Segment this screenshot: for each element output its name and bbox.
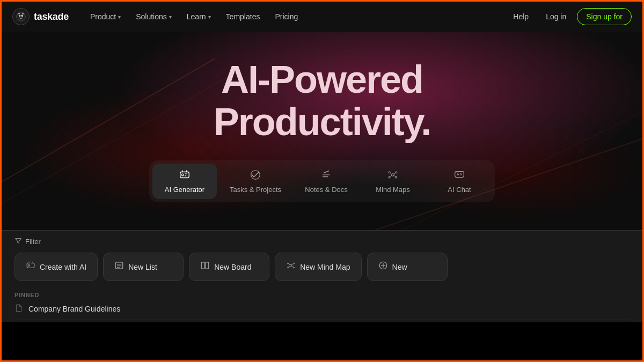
svg-line-34 bbox=[289, 264, 290, 265]
logo-icon bbox=[12, 8, 30, 25]
create-with-ai-label: Create with AI bbox=[40, 263, 86, 271]
pinned-item[interactable]: Company Brand Guidelines bbox=[14, 298, 630, 320]
chevron-down-icon: ▾ bbox=[208, 14, 211, 20]
tab-tasks-projects[interactable]: Tasks & Projects bbox=[219, 164, 292, 199]
svg-point-32 bbox=[293, 263, 294, 264]
new-list-label: New List bbox=[128, 263, 157, 271]
ai-generator-icon bbox=[179, 169, 191, 182]
svg-point-33 bbox=[293, 267, 294, 268]
logo-text: taskade bbox=[34, 11, 69, 23]
mindmap-icon bbox=[387, 169, 399, 182]
pinned-label: PINNED bbox=[14, 292, 630, 298]
hero-title: AI-Powered Productivity. bbox=[214, 58, 431, 143]
tab-ai-chat[interactable]: AI Chat bbox=[427, 164, 492, 199]
svg-rect-28 bbox=[206, 262, 209, 269]
pinned-item-label: Company Brand Guidelines bbox=[28, 305, 120, 313]
svg-point-13 bbox=[389, 172, 390, 173]
filter-bar: Filter bbox=[2, 231, 642, 250]
new-board-label: New Board bbox=[214, 263, 251, 271]
svg-line-37 bbox=[292, 266, 293, 267]
new-icon bbox=[378, 261, 388, 273]
new-button[interactable]: New bbox=[367, 253, 448, 281]
nav-product[interactable]: Product ▾ bbox=[84, 9, 127, 24]
svg-point-0 bbox=[17, 12, 26, 21]
notes-icon bbox=[320, 169, 332, 182]
tab-ai-generator[interactable]: AI Generator bbox=[152, 164, 217, 199]
chevron-down-icon: ▾ bbox=[118, 14, 121, 20]
new-mind-map-button[interactable]: New Mind Map bbox=[275, 253, 361, 281]
svg-point-31 bbox=[288, 267, 289, 268]
svg-point-12 bbox=[392, 174, 394, 176]
logo[interactable]: taskade bbox=[12, 8, 69, 25]
navbar: taskade Product ▾ Solutions ▾ Learn ▾ Te… bbox=[2, 2, 642, 32]
new-label: New bbox=[392, 263, 407, 271]
svg-point-30 bbox=[288, 263, 289, 264]
tab-ai-generator-label: AI Generator bbox=[165, 186, 204, 194]
nav-learn[interactable]: Learn ▾ bbox=[180, 9, 217, 24]
svg-point-15 bbox=[396, 172, 397, 173]
nav-right: Help Log in Sign up for bbox=[507, 8, 632, 25]
nav-login-button[interactable]: Log in bbox=[539, 9, 573, 24]
chat-icon bbox=[453, 169, 465, 182]
svg-point-16 bbox=[396, 177, 397, 179]
svg-rect-26 bbox=[115, 262, 123, 269]
filter-label[interactable]: Filter bbox=[25, 238, 41, 246]
tab-aichat-label: AI Chat bbox=[448, 186, 471, 194]
tab-mind-maps[interactable]: Mind Maps bbox=[361, 164, 425, 199]
list-icon bbox=[114, 261, 124, 273]
create-with-ai-button[interactable]: Create with AI bbox=[14, 253, 98, 281]
hero-section: AI-Powered Productivity. AI Generator bbox=[2, 32, 642, 230]
tasks-icon bbox=[250, 169, 261, 182]
svg-point-14 bbox=[389, 177, 390, 179]
svg-point-3 bbox=[19, 16, 20, 17]
bottom-panel: Filter Create with AI New List bbox=[2, 230, 642, 322]
svg-point-22 bbox=[457, 174, 459, 175]
new-board-button[interactable]: New Board bbox=[189, 253, 269, 281]
mindmap-btn-icon bbox=[286, 261, 296, 273]
nav-signup-button[interactable]: Sign up for bbox=[577, 8, 632, 25]
svg-line-36 bbox=[292, 264, 293, 265]
svg-point-4 bbox=[22, 16, 23, 17]
new-mind-map-label: New Mind Map bbox=[300, 263, 350, 271]
svg-line-35 bbox=[289, 266, 290, 267]
nav-templates[interactable]: Templates bbox=[219, 9, 267, 24]
new-list-button[interactable]: New List bbox=[103, 253, 184, 281]
svg-rect-21 bbox=[455, 172, 464, 178]
pinned-section: PINNED Company Brand Guidelines bbox=[2, 287, 642, 322]
chevron-down-icon: ▾ bbox=[169, 14, 172, 20]
svg-rect-27 bbox=[201, 262, 204, 269]
svg-point-29 bbox=[290, 264, 292, 267]
tab-tasks-label: Tasks & Projects bbox=[230, 186, 281, 194]
svg-line-20 bbox=[394, 176, 396, 177]
svg-line-19 bbox=[394, 173, 396, 174]
document-icon bbox=[14, 304, 23, 314]
svg-point-10 bbox=[181, 174, 184, 176]
tab-notes-label: Notes & Docs bbox=[305, 186, 347, 194]
nav-solutions[interactable]: Solutions ▾ bbox=[129, 9, 178, 24]
svg-point-23 bbox=[460, 174, 462, 175]
board-icon bbox=[200, 261, 210, 273]
svg-line-17 bbox=[390, 173, 392, 174]
feature-tabs: AI Generator Tasks & Projects Notes & Do… bbox=[149, 160, 495, 202]
filter-icon bbox=[14, 237, 22, 246]
nav-help-button[interactable]: Help bbox=[507, 9, 535, 24]
tab-mindmaps-label: Mind Maps bbox=[376, 186, 410, 194]
ai-icon bbox=[26, 261, 35, 273]
action-buttons: Create with AI New List New Board bbox=[2, 250, 642, 287]
svg-line-18 bbox=[390, 176, 392, 177]
tab-notes-docs[interactable]: Notes & Docs bbox=[294, 164, 358, 199]
svg-point-25 bbox=[28, 265, 30, 267]
nav-pricing[interactable]: Pricing bbox=[268, 9, 304, 24]
